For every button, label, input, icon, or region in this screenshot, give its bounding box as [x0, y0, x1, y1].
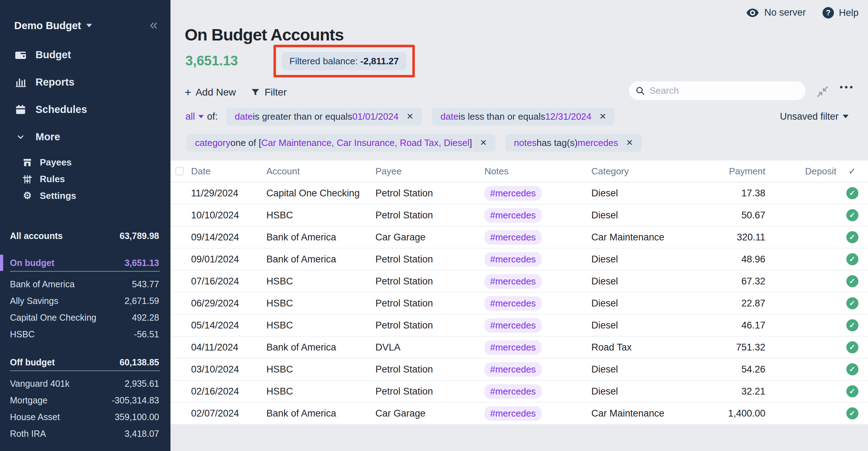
- condition-field[interactable]: category: [195, 137, 230, 148]
- cell-date[interactable]: 02/16/2024: [191, 386, 266, 397]
- transaction-row[interactable]: 05/14/2024 HSBC Petrol Station #mercedes…: [170, 315, 868, 337]
- cell-payment[interactable]: 22.87: [698, 298, 765, 309]
- sidebar-item-payees[interactable]: Payees: [0, 154, 170, 171]
- sidebar-item-settings[interactable]: ⚙ Settings: [0, 188, 170, 204]
- cell-payment[interactable]: 32.21: [698, 386, 765, 397]
- select-all-checkbox[interactable]: [175, 167, 184, 175]
- transaction-row[interactable]: 07/16/2024 HSBC Petrol Station #mercedes…: [170, 271, 868, 293]
- account-row[interactable]: Bank of America 543.77: [0, 276, 170, 293]
- account-row[interactable]: House Asset 359,100.00: [0, 409, 170, 425]
- server-status[interactable]: No server: [746, 7, 806, 18]
- note-tag[interactable]: #mercedes: [484, 252, 542, 267]
- cell-category[interactable]: Diesel: [591, 210, 698, 221]
- cell-category[interactable]: Diesel: [591, 298, 698, 309]
- cell-payment[interactable]: 320.11: [698, 232, 765, 243]
- remove-filter-icon[interactable]: ✕: [626, 138, 633, 148]
- condition-op[interactable]: is greater than or equals: [253, 111, 352, 122]
- condition-op[interactable]: one of [: [230, 137, 261, 148]
- column-header-date[interactable]: Date: [191, 166, 266, 177]
- condition-op[interactable]: is less than or equals: [459, 111, 545, 122]
- note-tag[interactable]: #mercedes: [484, 208, 542, 223]
- cell-category[interactable]: Road Tax: [591, 342, 698, 353]
- condition-value[interactable]: Car Maintenance, Car Insurance, Road Tax…: [261, 137, 469, 148]
- column-header-payee[interactable]: Payee: [375, 166, 484, 177]
- match-value[interactable]: all: [185, 111, 195, 122]
- cleared-column-check-icon[interactable]: ✓: [836, 166, 868, 177]
- add-new-button[interactable]: + Add New: [185, 85, 236, 100]
- search-input[interactable]: [650, 85, 799, 96]
- cell-payee[interactable]: Petrol Station: [375, 254, 484, 265]
- sidebar-item-more[interactable]: More: [0, 123, 170, 151]
- transaction-row[interactable]: 02/07/2024 Bank of America Car Garage #m…: [170, 403, 868, 425]
- note-tag[interactable]: #mercedes: [484, 340, 542, 355]
- cell-category[interactable]: Diesel: [591, 254, 698, 265]
- cell-date[interactable]: 11/29/2024: [191, 188, 266, 199]
- cell-payee[interactable]: Car Garage: [375, 408, 484, 419]
- cell-date[interactable]: 05/14/2024: [191, 320, 266, 331]
- cleared-check-icon[interactable]: ✓: [846, 363, 858, 375]
- cell-date[interactable]: 07/16/2024: [191, 276, 266, 287]
- cell-date[interactable]: 06/29/2024: [191, 298, 266, 309]
- cell-date[interactable]: 04/11/2024: [191, 342, 266, 353]
- cell-payment[interactable]: 46.17: [698, 320, 765, 331]
- cell-date[interactable]: 02/07/2024: [191, 408, 266, 419]
- cell-payee[interactable]: Car Garage: [375, 232, 484, 243]
- cell-account[interactable]: HSBC: [266, 210, 375, 221]
- cell-payment[interactable]: 50.67: [698, 210, 765, 221]
- cell-payee[interactable]: Petrol Station: [375, 210, 484, 221]
- sidebar-item-reports[interactable]: Reports: [0, 69, 170, 96]
- column-header-category[interactable]: Category: [591, 166, 698, 177]
- cell-date[interactable]: 09/01/2024: [191, 254, 266, 265]
- condition-value[interactable]: 01/01/2024: [352, 111, 398, 122]
- note-tag[interactable]: #mercedes: [484, 406, 542, 421]
- transaction-row[interactable]: 09/14/2024 Bank of America Car Garage #m…: [170, 227, 868, 249]
- cell-payee[interactable]: Petrol Station: [375, 298, 484, 309]
- cell-account[interactable]: Bank of America: [266, 232, 375, 243]
- more-options-icon[interactable]: •••: [840, 82, 855, 93]
- cleared-check-icon[interactable]: ✓: [846, 319, 858, 331]
- condition-op[interactable]: has tag(s): [537, 137, 578, 148]
- cell-notes[interactable]: #mercedes: [484, 340, 591, 355]
- transaction-row[interactable]: 10/10/2024 HSBC Petrol Station #mercedes…: [170, 205, 868, 227]
- filter-condition-date-lte[interactable]: date is less than or equals 12/31/2024 ✕: [432, 108, 615, 125]
- account-balance-total[interactable]: 3,651.13: [185, 53, 238, 69]
- cell-payee[interactable]: DVLA: [375, 342, 484, 353]
- cell-account[interactable]: HSBC: [266, 386, 375, 397]
- cell-category[interactable]: Diesel: [591, 386, 698, 397]
- cell-payment[interactable]: 48.96: [698, 254, 765, 265]
- condition-field[interactable]: date: [235, 111, 253, 122]
- account-row[interactable]: Mortgage -305,314.83: [0, 392, 170, 409]
- cell-account[interactable]: HSBC: [266, 364, 375, 375]
- collapse-splits-icon[interactable]: [815, 85, 830, 99]
- cell-account[interactable]: HSBC: [266, 276, 375, 287]
- transaction-row[interactable]: 06/29/2024 HSBC Petrol Station #mercedes…: [170, 293, 868, 315]
- cell-notes[interactable]: #mercedes: [484, 274, 591, 289]
- filter-button[interactable]: Filter: [250, 85, 287, 100]
- on-budget-row[interactable]: On budget 3,651.13: [0, 254, 170, 272]
- filter-condition-notes[interactable]: notes has tag(s) mercedes ✕: [505, 134, 641, 152]
- cell-notes[interactable]: #mercedes: [484, 406, 591, 421]
- cell-category[interactable]: Car Maintenance: [591, 408, 698, 419]
- account-row[interactable]: Capital One Checking 492.28: [0, 309, 170, 326]
- account-row[interactable]: Ally Savings 2,671.59: [0, 293, 170, 309]
- cell-payee[interactable]: Petrol Station: [375, 188, 484, 199]
- cell-account[interactable]: Capital One Checking: [266, 188, 375, 199]
- account-row[interactable]: HSBC -56.51: [0, 326, 170, 343]
- filter-condition-category[interactable]: category one of [Car Maintenance, Car In…: [186, 134, 495, 152]
- note-tag[interactable]: #mercedes: [484, 274, 542, 289]
- note-tag[interactable]: #mercedes: [484, 296, 542, 311]
- condition-value[interactable]: 12/31/2024: [545, 111, 591, 122]
- cell-notes[interactable]: #mercedes: [484, 318, 591, 333]
- cell-payee[interactable]: Petrol Station: [375, 364, 484, 375]
- cell-category[interactable]: Diesel: [591, 364, 698, 375]
- transaction-row[interactable]: 11/29/2024 Capital One Checking Petrol S…: [170, 183, 868, 205]
- note-tag[interactable]: #mercedes: [484, 230, 542, 245]
- cell-date[interactable]: 10/10/2024: [191, 210, 266, 221]
- cell-payee[interactable]: Petrol Station: [375, 276, 484, 287]
- cell-category[interactable]: Diesel: [591, 188, 698, 199]
- cell-payment[interactable]: 751.32: [698, 342, 765, 353]
- cell-date[interactable]: 09/14/2024: [191, 232, 266, 243]
- note-tag[interactable]: #mercedes: [484, 384, 542, 399]
- sidebar-item-rules[interactable]: Rules: [0, 171, 170, 188]
- sidebar-item-budget[interactable]: Budget: [0, 41, 170, 69]
